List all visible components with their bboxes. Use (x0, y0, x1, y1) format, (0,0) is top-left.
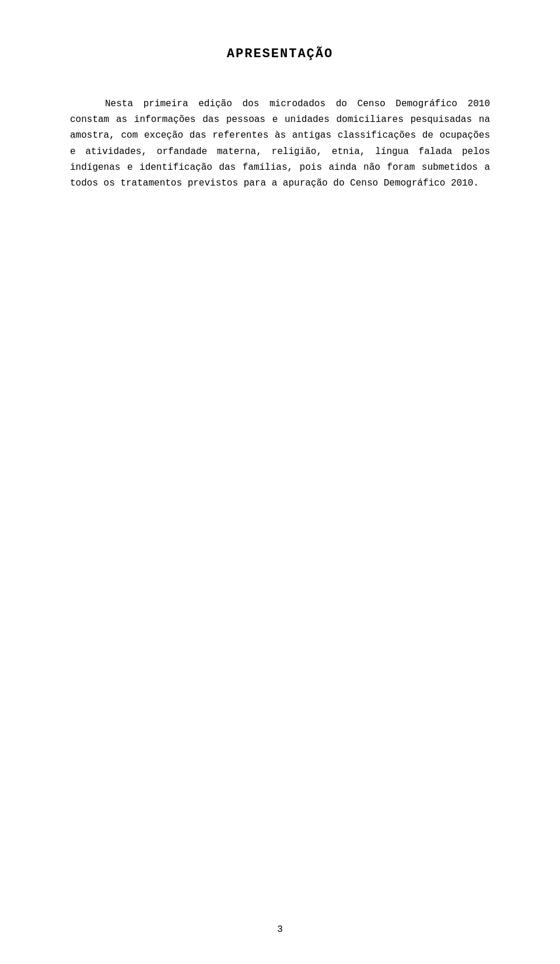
page-number: 3 (277, 924, 283, 935)
page-title: APRESENTAÇÃO (70, 47, 490, 61)
body-paragraph: Nesta primeira edição dos microdados do … (70, 96, 490, 191)
document-page: APRESENTAÇÃO Nesta primeira edição dos m… (0, 0, 560, 964)
page-content: Nesta primeira edição dos microdados do … (70, 96, 490, 191)
